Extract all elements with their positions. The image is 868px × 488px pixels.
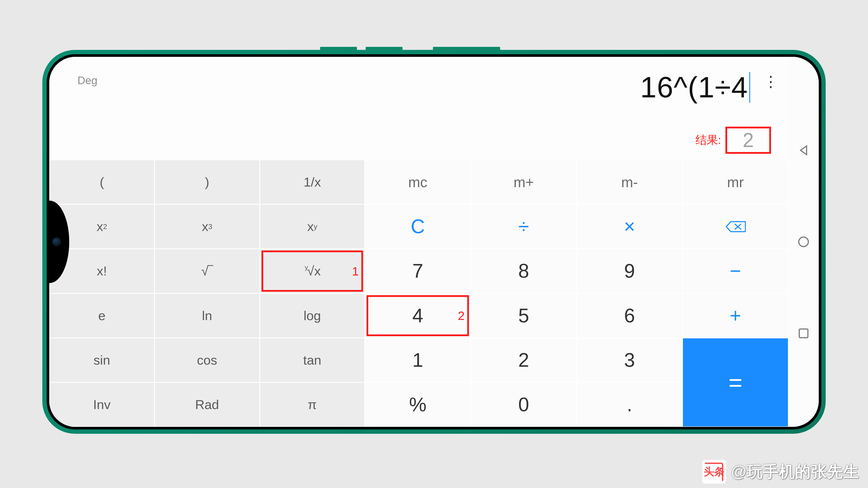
system-nav-bar: [788, 57, 819, 427]
digit-0-key[interactable]: 0: [471, 382, 577, 427]
ln-key[interactable]: ln: [155, 293, 260, 338]
decimal-key[interactable]: .: [577, 382, 682, 427]
lparen-key[interactable]: (: [49, 160, 155, 204]
e-key[interactable]: e: [49, 293, 155, 338]
digit-2-key[interactable]: 2: [471, 338, 577, 382]
plus-key[interactable]: +: [682, 293, 788, 338]
result-annotation-label: 结果:: [695, 132, 721, 148]
calculator-app: Deg 16^(1÷4 ⋮ 结果: 2 ( ) 1/x: [49, 57, 788, 427]
nav-recent-button[interactable]: [797, 327, 810, 340]
inv-key[interactable]: Inv: [49, 382, 155, 427]
recent-square-icon: [797, 327, 810, 340]
digit-9-key[interactable]: 9: [577, 249, 682, 293]
nav-home-button[interactable]: [797, 235, 810, 248]
svg-rect-1: [799, 329, 808, 338]
sin-key[interactable]: sin: [49, 338, 155, 382]
frame-buttons: [320, 47, 403, 50]
watermark-text: @玩手机的张先生: [731, 461, 859, 482]
expression-display[interactable]: 16^(1÷4: [640, 72, 750, 103]
back-triangle-icon: [797, 144, 810, 157]
numeric-panel: mc m+ m- mr C ÷ × 7: [365, 160, 788, 427]
x-cubed-key[interactable]: x3: [155, 204, 260, 249]
display-area: Deg 16^(1÷4 ⋮ 结果: 2: [49, 57, 788, 160]
divide-key[interactable]: ÷: [471, 204, 577, 249]
digit-1-key[interactable]: 1: [365, 338, 471, 382]
reciprocal-key[interactable]: 1/x: [260, 160, 365, 204]
annotation-badge-1: 1: [352, 264, 359, 278]
mplus-key[interactable]: m+: [471, 160, 577, 204]
digit-5-key[interactable]: 5: [471, 293, 577, 338]
more-menu-button[interactable]: ⋮: [763, 72, 773, 85]
pi-key[interactable]: π: [260, 382, 365, 427]
mr-key[interactable]: mr: [682, 160, 788, 204]
result-value: 2: [725, 127, 771, 154]
watermark: 头条 @玩手机的张先生: [702, 460, 859, 484]
cos-key[interactable]: cos: [155, 338, 260, 382]
minus-key[interactable]: −: [682, 249, 788, 293]
screen: Deg 16^(1÷4 ⋮ 结果: 2 ( ) 1/x: [49, 57, 819, 427]
clear-key[interactable]: C: [365, 204, 471, 249]
rad-key[interactable]: Rad: [155, 382, 260, 427]
watermark-logo: 头条: [702, 460, 726, 484]
annotation-badge-2: 2: [458, 308, 465, 323]
equals-key[interactable]: =: [682, 338, 788, 427]
tan-key[interactable]: tan: [260, 338, 365, 382]
backspace-key[interactable]: [682, 204, 788, 249]
sqrt-key[interactable]: √‾: [155, 249, 260, 293]
digit-6-key[interactable]: 6: [577, 293, 682, 338]
x-power-y-key[interactable]: xy: [260, 204, 365, 249]
nth-root-key[interactable]: y√x 1: [260, 249, 365, 293]
nav-back-button[interactable]: [797, 144, 810, 157]
digit-3-key[interactable]: 3: [577, 338, 682, 382]
scientific-panel: ( ) 1/x x2 x3 xy x! √‾ y√x 1 e: [49, 160, 365, 427]
angle-mode-label: Deg: [78, 74, 97, 87]
digit-7-key[interactable]: 7: [365, 249, 471, 293]
keypad: ( ) 1/x x2 x3 xy x! √‾ y√x 1 e: [49, 160, 788, 427]
backspace-icon: [725, 220, 746, 233]
mminus-key[interactable]: m-: [577, 160, 682, 204]
digit-8-key[interactable]: 8: [471, 249, 577, 293]
frame-buttons: [433, 47, 500, 50]
percent-key[interactable]: %: [365, 382, 471, 427]
digit-4-key[interactable]: 4 2: [365, 293, 471, 338]
digit-4-label: 4: [412, 304, 423, 327]
mc-key[interactable]: mc: [365, 160, 471, 204]
phone-frame: Deg 16^(1÷4 ⋮ 结果: 2 ( ) 1/x: [42, 50, 826, 434]
log-key[interactable]: log: [260, 293, 365, 338]
home-circle-icon: [797, 235, 810, 248]
rparen-key[interactable]: ): [155, 160, 260, 204]
multiply-key[interactable]: ×: [577, 204, 682, 249]
svg-point-0: [799, 237, 808, 247]
